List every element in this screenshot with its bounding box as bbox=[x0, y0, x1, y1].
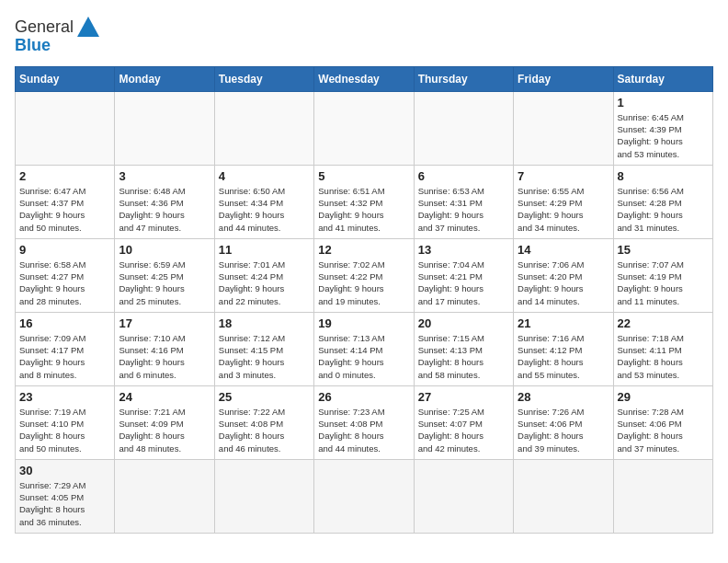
calendar-week-row: 9Sunrise: 6:58 AM Sunset: 4:27 PM Daylig… bbox=[16, 238, 713, 312]
day-info: Sunrise: 7:28 AM Sunset: 4:06 PM Dayligh… bbox=[618, 406, 709, 454]
table-row: 12Sunrise: 7:02 AM Sunset: 4:22 PM Dayli… bbox=[314, 238, 414, 312]
table-row: 29Sunrise: 7:28 AM Sunset: 4:06 PM Dayli… bbox=[613, 385, 712, 459]
day-number: 29 bbox=[618, 390, 709, 404]
weekday-row: Sunday Monday Tuesday Wednesday Thursday… bbox=[16, 66, 713, 91]
day-info: Sunrise: 7:26 AM Sunset: 4:06 PM Dayligh… bbox=[518, 406, 609, 454]
day-number: 23 bbox=[19, 390, 110, 404]
day-info: Sunrise: 6:56 AM Sunset: 4:28 PM Dayligh… bbox=[618, 185, 709, 234]
day-info: Sunrise: 7:10 AM Sunset: 4:16 PM Dayligh… bbox=[119, 332, 210, 381]
table-row bbox=[414, 91, 513, 165]
day-info: Sunrise: 7:13 AM Sunset: 4:14 PM Dayligh… bbox=[318, 332, 409, 381]
table-row bbox=[414, 459, 513, 533]
table-row bbox=[115, 459, 214, 533]
day-info: Sunrise: 6:55 AM Sunset: 4:29 PM Dayligh… bbox=[518, 185, 609, 234]
day-number: 10 bbox=[119, 243, 210, 257]
table-row: 16Sunrise: 7:09 AM Sunset: 4:17 PM Dayli… bbox=[16, 312, 115, 385]
day-number: 26 bbox=[318, 390, 409, 404]
day-info: Sunrise: 7:23 AM Sunset: 4:08 PM Dayligh… bbox=[318, 406, 409, 454]
day-info: Sunrise: 7:21 AM Sunset: 4:09 PM Dayligh… bbox=[119, 406, 210, 454]
calendar-week-row: 30Sunrise: 7:29 AM Sunset: 4:05 PM Dayli… bbox=[16, 459, 713, 533]
day-info: Sunrise: 7:04 AM Sunset: 4:21 PM Dayligh… bbox=[418, 259, 509, 307]
day-info: Sunrise: 7:19 AM Sunset: 4:10 PM Dayligh… bbox=[19, 406, 110, 454]
table-row: 28Sunrise: 7:26 AM Sunset: 4:06 PM Dayli… bbox=[514, 385, 613, 459]
day-info: Sunrise: 7:07 AM Sunset: 4:19 PM Dayligh… bbox=[618, 259, 709, 307]
day-info: Sunrise: 6:50 AM Sunset: 4:34 PM Dayligh… bbox=[219, 185, 310, 234]
table-row bbox=[214, 91, 313, 165]
day-info: Sunrise: 7:02 AM Sunset: 4:22 PM Dayligh… bbox=[318, 259, 409, 307]
table-row: 20Sunrise: 7:15 AM Sunset: 4:13 PM Dayli… bbox=[414, 312, 513, 385]
day-number: 6 bbox=[418, 169, 509, 183]
table-row: 1Sunrise: 6:45 AM Sunset: 4:39 PM Daylig… bbox=[613, 91, 712, 165]
day-info: Sunrise: 6:48 AM Sunset: 4:36 PM Dayligh… bbox=[119, 185, 210, 234]
calendar-header: Sunday Monday Tuesday Wednesday Thursday… bbox=[16, 66, 713, 91]
day-number: 7 bbox=[518, 169, 609, 183]
header-tuesday: Tuesday bbox=[214, 66, 313, 91]
table-row bbox=[314, 459, 414, 533]
table-row: 11Sunrise: 7:01 AM Sunset: 4:24 PM Dayli… bbox=[214, 238, 313, 312]
day-number: 11 bbox=[219, 243, 310, 257]
table-row: 7Sunrise: 6:55 AM Sunset: 4:29 PM Daylig… bbox=[514, 165, 613, 238]
day-info: Sunrise: 7:12 AM Sunset: 4:15 PM Dayligh… bbox=[219, 332, 310, 381]
header-sunday: Sunday bbox=[16, 66, 115, 91]
day-info: Sunrise: 7:01 AM Sunset: 4:24 PM Dayligh… bbox=[219, 259, 310, 307]
header-saturday: Saturday bbox=[613, 66, 712, 91]
day-number: 8 bbox=[618, 169, 709, 183]
day-number: 20 bbox=[418, 316, 509, 330]
day-info: Sunrise: 7:25 AM Sunset: 4:07 PM Dayligh… bbox=[418, 406, 509, 454]
table-row: 8Sunrise: 6:56 AM Sunset: 4:28 PM Daylig… bbox=[613, 165, 712, 238]
day-info: Sunrise: 7:16 AM Sunset: 4:12 PM Dayligh… bbox=[518, 332, 609, 381]
table-row: 4Sunrise: 6:50 AM Sunset: 4:34 PM Daylig… bbox=[214, 165, 313, 238]
logo: General Blue bbox=[15, 15, 101, 55]
day-number: 16 bbox=[19, 316, 110, 330]
table-row: 26Sunrise: 7:23 AM Sunset: 4:08 PM Dayli… bbox=[314, 385, 414, 459]
day-info: Sunrise: 7:15 AM Sunset: 4:13 PM Dayligh… bbox=[418, 332, 509, 381]
table-row: 25Sunrise: 7:22 AM Sunset: 4:08 PM Dayli… bbox=[214, 385, 313, 459]
day-info: Sunrise: 6:53 AM Sunset: 4:31 PM Dayligh… bbox=[418, 185, 509, 234]
day-number: 9 bbox=[19, 243, 110, 257]
day-number: 17 bbox=[119, 316, 210, 330]
table-row: 17Sunrise: 7:10 AM Sunset: 4:16 PM Dayli… bbox=[115, 312, 214, 385]
day-number: 5 bbox=[318, 169, 409, 183]
logo-icon bbox=[75, 15, 101, 40]
day-number: 30 bbox=[19, 464, 110, 477]
day-number: 3 bbox=[119, 169, 210, 183]
day-number: 25 bbox=[219, 390, 310, 404]
calendar-week-row: 1Sunrise: 6:45 AM Sunset: 4:39 PM Daylig… bbox=[16, 91, 713, 165]
day-number: 4 bbox=[219, 169, 310, 183]
page-header: General Blue bbox=[15, 15, 713, 55]
table-row: 2Sunrise: 6:47 AM Sunset: 4:37 PM Daylig… bbox=[16, 165, 115, 238]
calendar-week-row: 2Sunrise: 6:47 AM Sunset: 4:37 PM Daylig… bbox=[16, 165, 713, 238]
calendar-body: 1Sunrise: 6:45 AM Sunset: 4:39 PM Daylig… bbox=[16, 91, 713, 533]
table-row bbox=[314, 91, 414, 165]
day-number: 24 bbox=[119, 390, 210, 404]
calendar-week-row: 23Sunrise: 7:19 AM Sunset: 4:10 PM Dayli… bbox=[16, 385, 713, 459]
day-info: Sunrise: 6:45 AM Sunset: 4:39 PM Dayligh… bbox=[618, 111, 709, 160]
day-info: Sunrise: 6:58 AM Sunset: 4:27 PM Dayligh… bbox=[19, 259, 110, 307]
table-row: 3Sunrise: 6:48 AM Sunset: 4:36 PM Daylig… bbox=[115, 165, 214, 238]
table-row bbox=[514, 91, 613, 165]
table-row: 23Sunrise: 7:19 AM Sunset: 4:10 PM Dayli… bbox=[16, 385, 115, 459]
day-info: Sunrise: 6:59 AM Sunset: 4:25 PM Dayligh… bbox=[119, 259, 210, 307]
day-info: Sunrise: 7:18 AM Sunset: 4:11 PM Dayligh… bbox=[618, 332, 709, 381]
table-row: 18Sunrise: 7:12 AM Sunset: 4:15 PM Dayli… bbox=[214, 312, 313, 385]
logo-blue-text: Blue bbox=[15, 37, 51, 55]
table-row: 22Sunrise: 7:18 AM Sunset: 4:11 PM Dayli… bbox=[613, 312, 712, 385]
header-monday: Monday bbox=[115, 66, 214, 91]
day-info: Sunrise: 6:47 AM Sunset: 4:37 PM Dayligh… bbox=[19, 185, 110, 234]
header-thursday: Thursday bbox=[414, 66, 513, 91]
table-row: 15Sunrise: 7:07 AM Sunset: 4:19 PM Dayli… bbox=[613, 238, 712, 312]
calendar-week-row: 16Sunrise: 7:09 AM Sunset: 4:17 PM Dayli… bbox=[16, 312, 713, 385]
day-number: 13 bbox=[418, 243, 509, 257]
day-number: 27 bbox=[418, 390, 509, 404]
day-info: Sunrise: 7:22 AM Sunset: 4:08 PM Dayligh… bbox=[219, 406, 310, 454]
day-info: Sunrise: 7:09 AM Sunset: 4:17 PM Dayligh… bbox=[19, 332, 110, 381]
day-info: Sunrise: 6:51 AM Sunset: 4:32 PM Dayligh… bbox=[318, 185, 409, 234]
table-row: 21Sunrise: 7:16 AM Sunset: 4:12 PM Dayli… bbox=[514, 312, 613, 385]
day-number: 2 bbox=[19, 169, 110, 183]
table-row: 13Sunrise: 7:04 AM Sunset: 4:21 PM Dayli… bbox=[414, 238, 513, 312]
logo-general-text: General bbox=[15, 18, 74, 37]
day-info: Sunrise: 7:06 AM Sunset: 4:20 PM Dayligh… bbox=[518, 259, 609, 307]
table-row bbox=[16, 91, 115, 165]
day-number: 14 bbox=[518, 243, 609, 257]
table-row: 9Sunrise: 6:58 AM Sunset: 4:27 PM Daylig… bbox=[16, 238, 115, 312]
